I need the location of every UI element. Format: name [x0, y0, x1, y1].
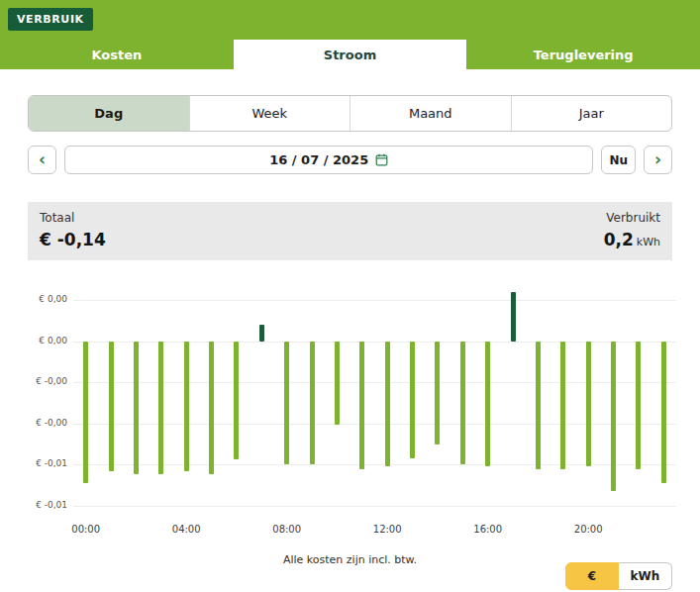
chart-bar-hour-4[interactable]: [184, 342, 189, 471]
period-dag[interactable]: Dag: [29, 96, 189, 131]
chart-y-axis: € 0,00€ 0,00€ -0,00€ -0,00€ -0,01€ -0,01: [28, 290, 73, 516]
used-label: Verbruikt: [604, 211, 660, 225]
period-selector: Dag Week Maand Jaar: [28, 95, 672, 132]
chart-bar-hour-18[interactable]: [536, 342, 541, 470]
period-week[interactable]: Week: [189, 96, 350, 131]
chart-bar-hour-22[interactable]: [636, 342, 641, 470]
chart-bar-hour-0[interactable]: [83, 342, 88, 483]
cost-chart: € 0,00€ 0,00€ -0,00€ -0,00€ -0,01€ -0,01…: [28, 290, 676, 540]
tab-teruglevering[interactable]: Teruglevering: [466, 40, 700, 69]
chart-bar-hour-20[interactable]: [586, 342, 591, 466]
now-button[interactable]: Nu: [601, 146, 636, 174]
next-day-button[interactable]: ›: [644, 146, 672, 174]
chart-bar-hour-7[interactable]: [259, 325, 264, 342]
chart-bar-hour-10[interactable]: [335, 342, 340, 426]
x-axis-label: 16:00: [473, 524, 502, 535]
unit-kwh-button[interactable]: kWh: [619, 562, 672, 590]
period-maand[interactable]: Maand: [350, 96, 511, 131]
x-axis-label: 20:00: [574, 524, 603, 535]
y-axis-label: € -0,00: [36, 418, 67, 428]
chart-bar-hour-16[interactable]: [485, 342, 490, 466]
y-axis-label: € -0,00: [36, 376, 67, 386]
unit-toggle: € kWh: [565, 562, 672, 590]
chart-bar-hour-21[interactable]: [611, 342, 616, 491]
chart-bar-hour-13[interactable]: [410, 342, 415, 458]
app-header: VERBRUIK Kosten Stroom Teruglevering: [0, 0, 700, 69]
x-axis-label: 00:00: [71, 524, 100, 535]
x-axis-label: 04:00: [172, 524, 201, 535]
chart-bar-hour-8[interactable]: [284, 342, 289, 465]
date-navigation: ‹ 16 / 07 / 2025 Nu ›: [28, 146, 672, 174]
chart-bar-hour-9[interactable]: [310, 342, 315, 465]
period-jaar[interactable]: Jaar: [511, 96, 672, 131]
total-label: Totaal: [40, 211, 106, 225]
chart-bar-hour-2[interactable]: [134, 342, 139, 475]
verbruik-logo: VERBRUIK: [8, 8, 93, 31]
y-axis-label: € -0,01: [36, 458, 67, 468]
chart-bar-hour-15[interactable]: [460, 342, 465, 465]
unit-euro-button[interactable]: €: [565, 562, 619, 590]
tab-stroom[interactable]: Stroom: [234, 40, 467, 69]
chart-bar-hour-14[interactable]: [435, 342, 440, 445]
y-axis-label: € 0,00: [39, 336, 67, 345]
chevron-left-icon: ‹: [39, 151, 46, 168]
gridline: [73, 300, 676, 301]
y-axis-label: € 0,00: [39, 294, 67, 304]
chart-bar-hour-1[interactable]: [109, 342, 114, 471]
x-axis-label: 08:00: [272, 524, 301, 535]
total-value: € -0,14: [40, 230, 106, 249]
chevron-right-icon: ›: [654, 151, 661, 168]
used-amount: 0,2: [604, 230, 634, 249]
y-axis-label: € -0,01: [36, 500, 67, 510]
used-unit: kWh: [637, 236, 660, 248]
chart-bar-hour-11[interactable]: [359, 342, 364, 470]
used-block: Verbruikt 0,2kWh: [604, 211, 660, 249]
gridline: [73, 506, 676, 507]
prev-day-button[interactable]: ‹: [28, 146, 56, 174]
summary-bar: Totaal € -0,14 Verbruikt 0,2kWh: [28, 202, 672, 260]
tab-kosten[interactable]: Kosten: [0, 40, 234, 69]
chart-plot: 00:0004:0008:0012:0016:0020:00: [73, 290, 676, 516]
chart-bar-hour-12[interactable]: [385, 342, 390, 466]
chart-bar-hour-23[interactable]: [661, 342, 666, 483]
x-axis-label: 12:00: [373, 524, 402, 535]
date-picker-field[interactable]: 16 / 07 / 2025: [64, 146, 593, 174]
chart-bar-hour-3[interactable]: [158, 342, 163, 475]
date-value: 16 / 07 / 2025: [269, 152, 368, 167]
chart-bar-hour-17[interactable]: [511, 292, 516, 342]
chart-bar-hour-6[interactable]: [234, 342, 239, 460]
chart-bar-hour-5[interactable]: [209, 342, 214, 475]
chart-bar-hour-19[interactable]: [560, 342, 565, 470]
used-value: 0,2kWh: [604, 230, 660, 249]
calendar-icon: [375, 153, 388, 166]
total-block: Totaal € -0,14: [40, 211, 106, 249]
tab-bar: Kosten Stroom Teruglevering: [0, 40, 700, 69]
